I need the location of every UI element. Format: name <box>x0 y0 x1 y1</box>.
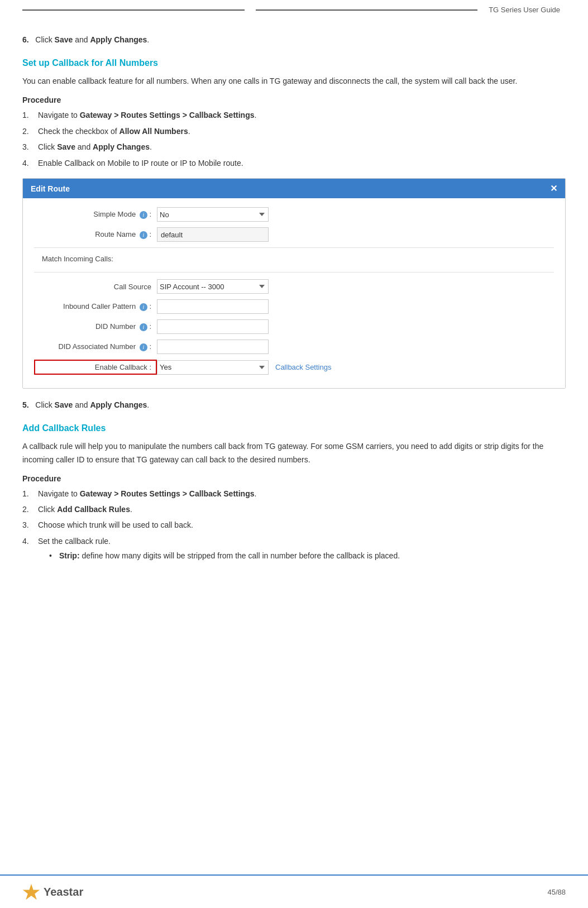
header-line-left <box>22 9 245 11</box>
s2-step2-bold: Add Callback Rules <box>57 505 130 514</box>
did-number-row: DID Number i : <box>34 319 554 334</box>
did-associated-input[interactable] <box>157 340 269 354</box>
footer-logo-text: Yeastar <box>44 886 83 899</box>
inbound-caller-info-icon: i <box>140 303 147 311</box>
bullet-list: • Strip: define how many digits will be … <box>49 549 566 562</box>
route-name-input[interactable] <box>157 227 269 242</box>
section2-steps: 1. Navigate to Gateway > Routes Settings… <box>22 488 566 565</box>
step3-save: Save <box>57 142 75 151</box>
did-number-info-icon: i <box>140 323 147 331</box>
simple-mode-select[interactable]: No Yes <box>157 207 269 222</box>
simple-mode-row: Simple Mode i : No Yes <box>34 207 554 222</box>
route-name-info-icon: i <box>140 231 147 239</box>
bullet-strip-term: Strip: <box>59 551 80 560</box>
step-6-prefix: Click <box>35 35 54 44</box>
match-incoming-label: Match Incoming Calls: <box>34 255 554 267</box>
step-5-num: 5. <box>22 400 33 409</box>
section1-paragraph: You can enable callback feature for all … <box>22 75 566 88</box>
dialog-close-button[interactable]: ✕ <box>550 183 557 194</box>
did-associated-row: DID Associated Number i : <box>34 340 554 354</box>
divider-1 <box>34 247 554 248</box>
did-associated-label: DID Associated Number i : <box>34 342 157 351</box>
step-6-period: . <box>147 35 149 44</box>
step-6-save: Save <box>55 35 73 44</box>
dialog-title: Edit Route <box>31 184 70 193</box>
call-source-select[interactable]: SIP Account -- 3000 <box>157 279 269 294</box>
page-content: 6. Click Save and Apply Changes. Set up … <box>0 17 588 617</box>
svg-marker-0 <box>23 884 40 900</box>
simple-mode-label: Simple Mode i : <box>34 210 157 219</box>
call-source-label: Call Source <box>34 283 157 291</box>
step-6-and: and <box>73 35 90 44</box>
yeastar-logo-icon <box>22 883 40 901</box>
footer-logo: Yeastar <box>22 883 83 901</box>
simple-mode-info-icon: i <box>140 211 147 219</box>
section1-steps: 1. Navigate to Gateway > Routes Settings… <box>22 109 566 169</box>
section1-step-2: 2. Check the checkbox of Allow All Numbe… <box>22 125 566 137</box>
did-number-input[interactable] <box>157 319 269 334</box>
did-number-label: DID Number i : <box>34 322 157 331</box>
inbound-caller-row: Inbound Caller Pattern i : <box>34 299 554 314</box>
section2-step-4: 4. Set the callback rule. • Strip: defin… <box>22 535 566 565</box>
section2-step-2: 2. Click Add Callback Rules. <box>22 503 566 515</box>
enable-callback-row: Enable Callback : Yes No Callback Settin… <box>34 360 554 375</box>
section1-step-3: 3. Click Save and Apply Changes. <box>22 141 566 153</box>
section2-step-1: 1. Navigate to Gateway > Routes Settings… <box>22 488 566 500</box>
dialog-header: Edit Route ✕ <box>23 179 565 198</box>
step-6-num: 6. <box>22 35 33 44</box>
bullet-strip: • Strip: define how many digits will be … <box>49 549 566 562</box>
section2-paragraph: A callback rule will help you to manipul… <box>22 440 566 466</box>
section1-step-4: 4. Enable Callback on Mobile to IP route… <box>22 157 566 169</box>
section1-step-1: 1. Navigate to Gateway > Routes Settings… <box>22 109 566 121</box>
footer-page-number: 45/88 <box>547 888 566 896</box>
inbound-caller-input[interactable] <box>157 299 269 314</box>
route-name-row: Route Name i : <box>34 227 554 242</box>
section1-procedure-label: Procedure <box>22 95 566 104</box>
section2-step-3: 3. Choose which trunk will be used to ca… <box>22 519 566 531</box>
header-title: TG Series User Guide <box>483 6 566 14</box>
enable-callback-select[interactable]: Yes No <box>157 360 269 375</box>
step-5-save: Save <box>55 400 73 409</box>
step2-bold: Allow All Numbers <box>119 127 188 136</box>
inbound-caller-label: Inbound Caller Pattern i : <box>34 302 157 311</box>
section1-heading: Set up Callback for All Numbers <box>22 58 566 68</box>
step-6: 6. Click Save and Apply Changes. <box>22 34 566 46</box>
section2-heading: Add Callback Rules <box>22 423 566 433</box>
did-associated-info-icon: i <box>140 343 147 351</box>
route-name-label: Route Name i : <box>34 230 157 239</box>
edit-route-dialog: Edit Route ✕ Simple Mode i : No Yes Rout… <box>22 178 566 389</box>
bullet-point: • <box>49 549 59 562</box>
divider-2 <box>34 272 554 273</box>
page-footer: Yeastar 45/88 <box>0 874 588 908</box>
enable-callback-label: Enable Callback : <box>34 360 157 375</box>
step-5: 5. Click Save and Apply Changes. <box>22 399 566 411</box>
header-line-center <box>256 9 478 11</box>
step-5-and: and <box>73 400 90 409</box>
step-6-apply: Apply Changes <box>90 35 147 44</box>
call-source-row: Call Source SIP Account -- 3000 <box>34 279 554 294</box>
step3-apply: Apply Changes <box>93 142 150 151</box>
step1-bold: Gateway > Routes Settings > Callback Set… <box>80 111 255 120</box>
step-5-prefix: Click <box>35 400 54 409</box>
step-5-apply: Apply Changes <box>90 400 147 409</box>
callback-select-wrap: Yes No Callback Settings <box>157 360 331 375</box>
dialog-body: Simple Mode i : No Yes Route Name i : Ma… <box>23 198 565 388</box>
bullet-strip-text: Strip: define how many digits will be st… <box>59 549 400 562</box>
callback-settings-link[interactable]: Callback Settings <box>275 363 331 371</box>
section2-procedure-label: Procedure <box>22 474 566 483</box>
s2-step1-bold: Gateway > Routes Settings > Callback Set… <box>80 489 255 498</box>
page-header: TG Series User Guide <box>0 0 588 17</box>
step-5-period: . <box>147 400 149 409</box>
